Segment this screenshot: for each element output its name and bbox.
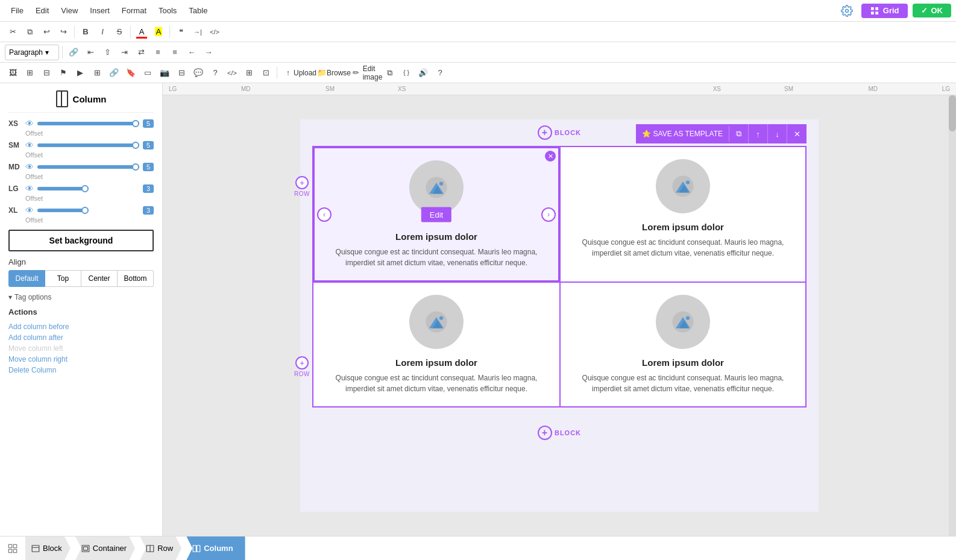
bullet-list-btn[interactable]: ≡ bbox=[150, 45, 166, 60]
help3-btn[interactable]: ? bbox=[432, 65, 448, 81]
media-btn[interactable]: 📷 bbox=[157, 65, 172, 81]
fullscreen-btn[interactable]: ⊡ bbox=[258, 65, 274, 81]
html-btn[interactable]: </> bbox=[224, 65, 240, 81]
copy-btn[interactable]: ⧉ bbox=[22, 24, 37, 40]
card-2: Lorem ipsum dolor Quisque congue est ac … bbox=[559, 147, 805, 282]
align-bottom-btn[interactable]: Bottom bbox=[118, 270, 154, 287]
breadcrumb-container[interactable]: Container bbox=[69, 536, 135, 561]
tag-options-toggle[interactable]: ▾ Tag options bbox=[8, 293, 154, 301]
lg-eye-icon[interactable]: 👁 bbox=[25, 184, 34, 193]
strikethrough-btn[interactable]: S bbox=[112, 24, 127, 40]
add-block-bottom-btn[interactable]: + BLOCK bbox=[538, 426, 581, 440]
save-template-btn[interactable]: ⭐ SAVE AS TEMPLATE bbox=[636, 126, 729, 142]
flag-btn[interactable]: ⚑ bbox=[55, 65, 71, 81]
xs-slider[interactable] bbox=[37, 122, 139, 125]
row-add-btn[interactable]: + bbox=[295, 176, 309, 189]
widget-btn[interactable]: ⊞ bbox=[241, 65, 257, 81]
settings-icon[interactable] bbox=[837, 1, 857, 20]
card-1-prev-btn[interactable]: ‹ bbox=[317, 207, 332, 222]
delete-column-btn[interactable]: Delete Column bbox=[8, 365, 154, 376]
code-btn[interactable]: </> bbox=[207, 24, 222, 40]
breadcrumb-row[interactable]: Row bbox=[134, 536, 181, 561]
align-left-btn[interactable]: ⇤ bbox=[83, 45, 98, 60]
indent-btn[interactable]: →| bbox=[190, 24, 206, 40]
image-btn[interactable]: 🖼 bbox=[5, 65, 20, 81]
align-default-btn[interactable]: Default bbox=[8, 270, 45, 287]
svg-rect-25 bbox=[32, 545, 39, 552]
outdent-btn[interactable]: ← bbox=[184, 45, 200, 60]
highlight-color-btn[interactable]: A bbox=[151, 24, 166, 40]
indent2-btn[interactable]: → bbox=[201, 45, 216, 60]
add-block-top-btn[interactable]: + BLOCK bbox=[538, 125, 581, 140]
link2-btn[interactable]: 🔗 bbox=[106, 65, 122, 81]
card-1-edit-btn[interactable]: Edit bbox=[421, 207, 451, 222]
edit-image-button[interactable]: Edit image bbox=[365, 65, 380, 81]
section-btn[interactable]: ⊟ bbox=[174, 65, 189, 81]
breakpoint-xs: XS 👁 5 bbox=[8, 119, 154, 128]
video-btn[interactable]: ▶ bbox=[72, 65, 88, 81]
card-1-close-btn[interactable]: ✕ bbox=[545, 151, 556, 162]
menu-tools[interactable]: Tools bbox=[153, 0, 183, 21]
quote-btn[interactable]: ❝ bbox=[173, 24, 189, 40]
duplicate-template-icon[interactable]: ⧉ bbox=[729, 124, 749, 143]
copy2-btn[interactable]: ⧉ bbox=[382, 65, 397, 81]
xl-slider[interactable] bbox=[37, 209, 139, 212]
select-tool-icon[interactable] bbox=[5, 541, 20, 556]
close-template-icon[interactable]: ✕ bbox=[787, 124, 807, 143]
xs-eye-icon[interactable]: 👁 bbox=[25, 119, 34, 128]
bookmark-btn[interactable]: 🔖 bbox=[123, 65, 139, 81]
comment-btn[interactable]: 💬 bbox=[190, 65, 206, 81]
sm-slider[interactable] bbox=[37, 143, 139, 147]
grid-button[interactable]: Grid bbox=[861, 4, 908, 18]
bold-btn[interactable]: B bbox=[78, 24, 93, 40]
link-btn[interactable]: 🔗 bbox=[66, 45, 81, 60]
upload-button[interactable]: Upload bbox=[297, 65, 313, 81]
number-list-btn[interactable]: ≡ bbox=[167, 45, 183, 60]
menu-table[interactable]: Table bbox=[183, 0, 213, 21]
move-down-icon[interactable]: ↓ bbox=[768, 124, 787, 143]
code2-btn[interactable]: { } bbox=[398, 65, 414, 81]
browse-button[interactable]: Browse bbox=[331, 65, 347, 81]
align-center-btn[interactable]: ⇧ bbox=[99, 45, 115, 60]
paragraph-select[interactable]: Paragraph ▾ bbox=[5, 45, 59, 60]
menu-file[interactable]: File bbox=[5, 0, 30, 21]
ruler-xs-right: XS bbox=[713, 86, 721, 92]
table2-btn[interactable]: ⊟ bbox=[39, 65, 54, 81]
move-column-right-btn[interactable]: Move column right bbox=[8, 354, 154, 365]
md-eye-icon[interactable]: 👁 bbox=[25, 162, 34, 172]
actions-section: Actions Add column before Add column aft… bbox=[8, 307, 154, 376]
add-column-before-btn[interactable]: Add column before bbox=[8, 321, 154, 332]
breadcrumb-block[interactable]: Block bbox=[25, 536, 71, 561]
menu-view[interactable]: View bbox=[55, 0, 84, 21]
menu-format[interactable]: Format bbox=[116, 0, 153, 21]
font-color-btn[interactable]: A bbox=[134, 24, 149, 40]
canvas-scrollbar[interactable] bbox=[949, 95, 956, 536]
xl-eye-icon[interactable]: 👁 bbox=[25, 206, 34, 215]
canvas-scroll[interactable]: + BLOCK + ROW bbox=[163, 95, 956, 536]
card-1-next-btn[interactable]: › bbox=[541, 207, 556, 222]
embed-btn[interactable]: ▭ bbox=[140, 65, 156, 81]
menu-edit[interactable]: Edit bbox=[30, 0, 55, 21]
align-center-btn[interactable]: Center bbox=[81, 270, 118, 287]
row-add-bottom-btn[interactable]: + bbox=[295, 356, 309, 370]
align-right-btn[interactable]: ⇥ bbox=[116, 45, 132, 60]
align-top-btn[interactable]: Top bbox=[45, 270, 81, 287]
sm-eye-icon[interactable]: 👁 bbox=[25, 140, 34, 150]
menu-insert[interactable]: Insert bbox=[84, 0, 116, 21]
undo-btn[interactable]: ↩ bbox=[39, 24, 54, 40]
set-background-button[interactable]: Set background bbox=[8, 230, 154, 251]
move-up-icon[interactable]: ↑ bbox=[749, 124, 768, 143]
cut-btn[interactable]: ✂ bbox=[5, 24, 20, 40]
gallery-btn[interactable]: ⊞ bbox=[22, 65, 37, 81]
add-column-after-btn[interactable]: Add column after bbox=[8, 332, 154, 343]
italic-btn[interactable]: I bbox=[95, 24, 110, 40]
breadcrumb-column[interactable]: Column bbox=[180, 536, 245, 561]
speech-btn[interactable]: 🔊 bbox=[415, 65, 431, 81]
table3-btn[interactable]: ⊞ bbox=[89, 65, 105, 81]
md-slider[interactable] bbox=[37, 165, 139, 169]
lg-slider[interactable] bbox=[37, 187, 139, 190]
redo-btn[interactable]: ↪ bbox=[55, 24, 71, 40]
align-justify-btn[interactable]: ⇄ bbox=[133, 45, 149, 60]
help2-btn[interactable]: ? bbox=[207, 65, 223, 81]
ok-button[interactable]: ✓ OK bbox=[913, 4, 952, 17]
